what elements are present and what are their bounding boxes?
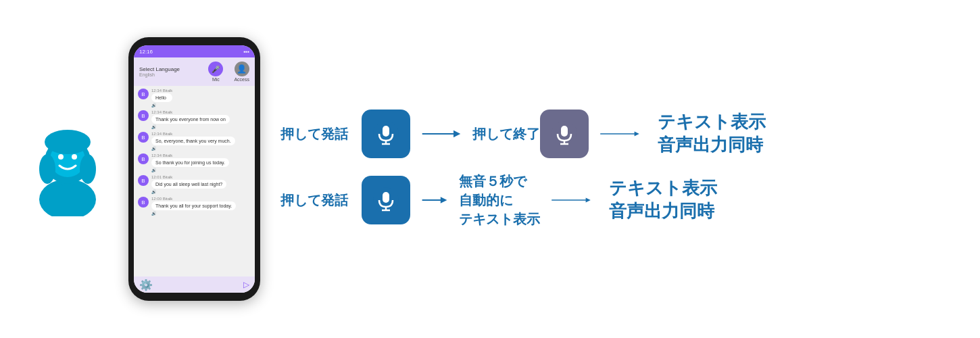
svg-point-7 [80,154,96,184]
chat-message-6: B 12:00 Bitalk Thank you all for your su… [138,197,251,216]
chat-message-4: B 12:34 Bitalk So thank you for joining … [138,153,251,172]
chat-message-5: B 12:01 Bitalk Did you all sleep well la… [138,175,251,194]
send-icon: ▷ [243,280,249,289]
main-container: 12:16 ▪▪▪ Select Language English 🎤 Mic [0,0,980,338]
phone-header: Select Language English 🎤 Mic 👤 Access [134,57,255,86]
access-label: Access [234,77,249,82]
flow-row-1: 押して発話 押して終了 [280,110,960,158]
chat-meta-6: 12:00 Bitalk [151,197,236,201]
access-icon: 👤 [235,62,249,76]
chat-bubble-5: Did you all sleep well last night? [151,180,226,189]
flow-arrow-1-1 [421,126,462,142]
mic-icon-1 [372,120,399,147]
chat-meta-2: 12:34 Bitalk [151,110,230,114]
chat-bubble-3: So, everyone, thank you very much. [151,137,235,145]
phone-section: 12:16 ▪▪▪ Select Language English 🎤 Mic [128,37,260,301]
avatar [27,122,108,216]
mic-button-phone[interactable]: 🎤 Mic [208,62,223,82]
chat-bubble-4: So thank you for joining us today. [151,158,229,167]
chat-bubble-1: Hello [151,93,172,102]
mic-button-2[interactable] [540,110,589,158]
chat-bubble-6: Thank you all for your support today. [151,201,236,210]
chat-avatar-2: B [138,110,149,121]
flow-row1-mid-label: 押して終了 [472,125,540,143]
phone-chat-area: B 12:34 Bitalk Hello 🔊 B 12:34 Bitalk Th… [134,86,255,276]
select-language-label: Select Language [139,66,180,72]
flow-arrow-2-2 [551,192,591,208]
mic-icon-2 [551,120,578,147]
language-value: English [139,72,180,77]
avatar-section [20,122,115,216]
chat-message-2: B 12:34 Bitalk Thank you everyone from n… [138,110,251,129]
flow-arrow-2-1 [421,192,448,208]
chat-avatar-3: B [138,132,149,143]
chat-meta-1: 12:34 Bitalk [151,89,172,93]
phone-status-bar: 12:16 ▪▪▪ [134,45,255,57]
flow-row-2: 押して発話 無音５秒で 自動的に テキスト表示 [280,172,960,228]
mic-icon-3 [372,187,399,214]
svg-point-6 [39,154,55,184]
mic-label: Mic [212,77,220,82]
chat-avatar-1: B [138,89,149,99]
chat-message-3: B 12:34 Bitalk So, everyone, thank you v… [138,132,251,151]
phone-header-icons: 🎤 Mic 👤 Access [208,62,249,82]
phone-time: 12:16 [139,49,153,55]
chat-bubble-2: Thank you everyone from now on [151,115,230,124]
svg-rect-10 [383,126,389,137]
phone-header-left: Select Language English [139,66,180,77]
mic-button-3[interactable] [362,176,410,224]
chat-meta-4: 12:34 Bitalk [151,153,229,158]
flow-row1-label: 押して発話 [280,125,362,143]
chat-avatar-5: B [138,175,149,186]
svg-marker-28 [586,197,591,202]
bottom-settings-icon: ⚙️ [139,279,153,291]
chat-meta-3: 12:34 Bitalk [151,132,235,136]
svg-rect-22 [383,192,389,203]
chat-meta-5: 12:01 Bitalk [151,175,226,179]
flow-row2-label: 押して発話 [280,191,362,210]
chat-avatar-6: B [138,197,149,208]
svg-marker-20 [635,131,639,136]
phone-bottom-bar: ⚙️ ▷ [134,276,255,293]
phone-frame: 12:16 ▪▪▪ Select Language English 🎤 Mic [128,37,260,301]
mic-icon-circle: 🎤 [208,62,223,76]
phone-screen: 12:16 ▪▪▪ Select Language English 🎤 Mic [134,45,255,293]
chat-avatar-4: B [138,153,149,164]
chat-message-1: B 12:34 Bitalk Hello 🔊 [138,89,251,107]
svg-marker-14 [454,130,460,137]
svg-point-8 [45,130,91,154]
flow-row2-result: テキスト表示 音声出力同時 [609,177,717,223]
mic-button-1[interactable] [362,110,410,158]
access-button-phone[interactable]: 👤 Access [234,62,249,82]
svg-point-5 [72,154,77,160]
flow-row1-result: テキスト表示 音声出力同時 [658,111,766,157]
flow-row2-mid: 無音５秒で 自動的に テキスト表示 [459,172,540,228]
svg-rect-16 [561,126,568,137]
svg-marker-26 [441,197,447,203]
svg-point-4 [58,154,64,160]
flow-section: 押して発話 押して終了 [267,110,960,228]
flow-arrow-1-2 [599,126,640,142]
phone-status-icons: ▪▪▪ [243,49,249,55]
